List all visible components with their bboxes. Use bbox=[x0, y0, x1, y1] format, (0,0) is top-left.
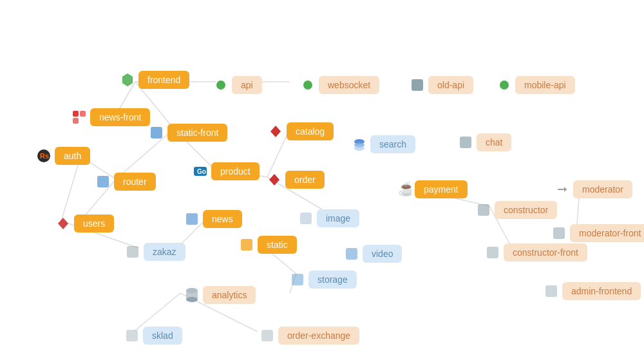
label-storage: storage bbox=[308, 271, 357, 289]
svg-marker-31 bbox=[270, 126, 281, 137]
svg-rect-51 bbox=[241, 239, 252, 251]
svg-text:☕: ☕ bbox=[398, 182, 412, 197]
label-search: search bbox=[370, 135, 415, 153]
svg-rect-27 bbox=[73, 111, 79, 117]
node-moderator[interactable]: moderator bbox=[554, 180, 632, 198]
svg-marker-46 bbox=[58, 218, 68, 229]
svg-text:Rs: Rs bbox=[40, 152, 49, 160]
node-news-front[interactable]: news-front bbox=[71, 108, 150, 126]
svg-rect-59 bbox=[126, 330, 138, 341]
node-video[interactable]: video bbox=[343, 245, 402, 263]
icon-chat bbox=[457, 134, 474, 151]
svg-rect-25 bbox=[412, 79, 423, 91]
svg-point-34 bbox=[354, 146, 365, 151]
label-constructor-front: constructor-front bbox=[504, 243, 587, 262]
label-websocket: websocket bbox=[319, 76, 379, 94]
label-moderator: moderator bbox=[573, 180, 632, 198]
svg-rect-50 bbox=[127, 246, 138, 258]
label-product: product bbox=[211, 162, 260, 180]
svg-rect-47 bbox=[186, 213, 198, 225]
label-chat: chat bbox=[477, 133, 511, 151]
icon-users bbox=[55, 215, 71, 232]
icon-order bbox=[266, 171, 283, 188]
icon-image bbox=[298, 210, 314, 227]
icon-video bbox=[343, 245, 360, 262]
label-video: video bbox=[363, 245, 402, 263]
icon-auth: Rs bbox=[35, 148, 52, 164]
label-order-exchange: order-exchange bbox=[278, 327, 359, 345]
svg-rect-45 bbox=[478, 204, 489, 216]
node-admin-frontend[interactable]: admin-frontend bbox=[543, 282, 641, 300]
svg-line-19 bbox=[61, 157, 80, 221]
label-news: news bbox=[203, 210, 242, 228]
node-zakaz[interactable]: zakaz bbox=[124, 243, 185, 261]
node-search[interactable]: search bbox=[351, 135, 415, 153]
svg-rect-53 bbox=[487, 247, 498, 258]
node-api[interactable]: api bbox=[213, 76, 262, 94]
node-websocket[interactable]: websocket bbox=[299, 76, 379, 94]
node-static-front[interactable]: static-front bbox=[148, 124, 227, 142]
svg-point-57 bbox=[186, 297, 198, 302]
icon-news-front bbox=[71, 109, 88, 126]
icon-zakaz bbox=[124, 243, 141, 260]
icon-constructor-front bbox=[484, 244, 501, 261]
svg-rect-41 bbox=[97, 176, 109, 187]
node-auth[interactable]: Rsauth bbox=[35, 147, 90, 165]
svg-rect-58 bbox=[545, 285, 557, 297]
icon-moderator-front bbox=[551, 225, 567, 242]
label-sklad: sklad bbox=[143, 327, 182, 345]
svg-rect-52 bbox=[346, 248, 357, 260]
node-sklad[interactable]: sklad bbox=[124, 327, 182, 345]
node-mobile-api[interactable]: mobile-api bbox=[496, 76, 575, 94]
node-users[interactable]: users bbox=[55, 214, 114, 233]
node-old-api[interactable]: old-api bbox=[409, 76, 473, 94]
node-storage[interactable]: storage bbox=[289, 271, 357, 289]
node-static[interactable]: static bbox=[238, 236, 297, 254]
node-chat[interactable]: chat bbox=[457, 133, 511, 151]
label-catalog: catalog bbox=[287, 122, 334, 140]
node-moderator-front[interactable]: moderator-front bbox=[551, 224, 644, 242]
node-order-exchange[interactable]: order-exchange bbox=[259, 327, 359, 345]
label-payment: payment bbox=[415, 180, 468, 198]
icon-static-front bbox=[148, 124, 165, 141]
icon-constructor bbox=[475, 202, 492, 218]
svg-marker-44 bbox=[564, 187, 567, 192]
node-catalog[interactable]: catalog bbox=[267, 122, 334, 140]
svg-point-24 bbox=[303, 81, 312, 90]
svg-point-23 bbox=[216, 81, 225, 90]
label-moderator-front: moderator-front bbox=[570, 224, 644, 242]
svg-rect-48 bbox=[300, 213, 312, 224]
svg-marker-40 bbox=[269, 174, 279, 186]
node-product[interactable]: Goproduct bbox=[192, 162, 260, 180]
icon-moderator bbox=[554, 181, 571, 198]
node-analytics[interactable]: analytics bbox=[184, 286, 256, 304]
node-constructor[interactable]: constructor bbox=[475, 201, 557, 219]
node-image[interactable]: image bbox=[298, 209, 359, 227]
label-auth: auth bbox=[55, 147, 90, 165]
label-constructor: constructor bbox=[495, 201, 557, 219]
label-router: router bbox=[114, 173, 156, 191]
node-payment[interactable]: ☕payment bbox=[395, 180, 468, 198]
svg-rect-29 bbox=[73, 118, 79, 124]
svg-rect-49 bbox=[553, 227, 565, 239]
icon-api bbox=[213, 77, 229, 93]
label-mobile-api: mobile-api bbox=[515, 76, 575, 94]
svg-point-26 bbox=[500, 81, 509, 90]
svg-rect-30 bbox=[151, 127, 162, 138]
icon-sklad bbox=[124, 327, 140, 344]
node-frontend[interactable]: frontend bbox=[119, 71, 189, 89]
svg-rect-54 bbox=[292, 274, 303, 285]
icon-search bbox=[351, 136, 368, 153]
icon-router bbox=[95, 173, 111, 190]
label-static: static bbox=[258, 236, 297, 254]
label-users: users bbox=[74, 214, 114, 233]
icon-order-exchange bbox=[259, 327, 276, 344]
icon-static bbox=[238, 236, 255, 253]
node-order[interactable]: order bbox=[266, 171, 325, 189]
svg-line-17 bbox=[135, 293, 180, 330]
label-order: order bbox=[285, 171, 325, 189]
node-router[interactable]: router bbox=[95, 173, 156, 191]
node-news[interactable]: news bbox=[184, 210, 242, 228]
icon-mobile-api bbox=[496, 77, 513, 93]
node-constructor-front[interactable]: constructor-front bbox=[484, 243, 587, 262]
